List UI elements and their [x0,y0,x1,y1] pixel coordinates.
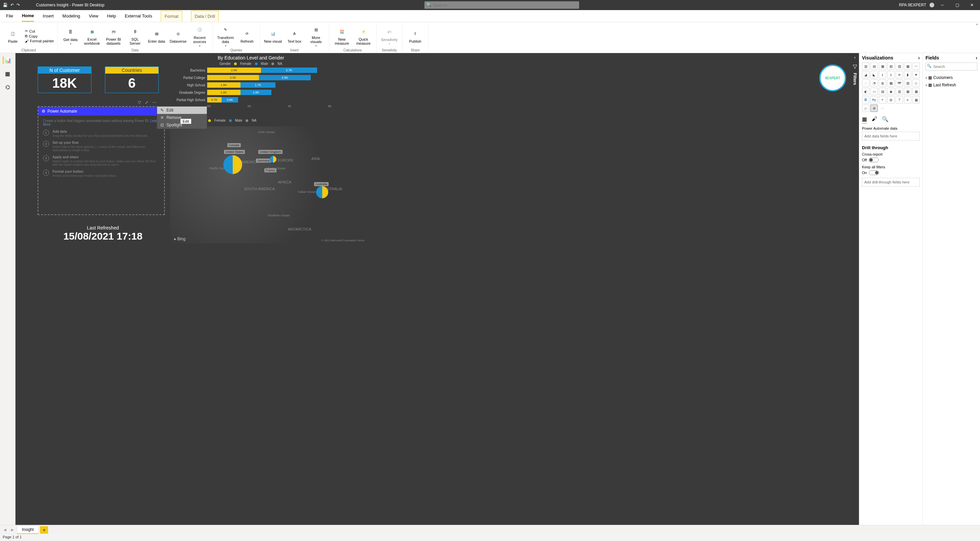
viz-r[interactable]: R [862,96,869,103]
refresh-button[interactable]: ⟳Refresh [238,29,256,43]
fields-tab-icon[interactable]: ▦ [862,116,867,124]
viz-line-col2[interactable]: ⫿ [887,71,894,78]
expand-viz-icon[interactable]: › [918,55,920,60]
tab-view[interactable]: View [89,11,98,21]
viz-more[interactable]: ⋯ [879,105,886,112]
viz-100-bar[interactable]: ▨ [896,62,903,70]
viz-clustered-bar[interactable]: ▦ [879,62,886,70]
power-automate-visual[interactable]: ⚙ Power Automate Create a button that tr… [38,106,165,215]
new-measure-button[interactable]: 🧮New measure [332,27,352,45]
tab-file[interactable]: File [6,11,13,21]
viz-gauge[interactable]: ◐ [862,88,869,95]
viz-stacked-bar[interactable]: ▥ [862,62,869,70]
transform-data-button[interactable]: ✎Transform data [216,25,235,48]
viz-multi-card[interactable]: ▤ [879,88,886,95]
data-view-button[interactable]: ▦ [3,70,13,77]
viz-matrix[interactable]: ▦ [912,88,920,95]
cross-report-toggle[interactable] [869,158,879,162]
viz-stacked-column[interactable]: ▤ [870,62,878,70]
viz-power-automate[interactable]: ⚙ [870,105,878,112]
viz-arcgis[interactable]: ◇ [862,105,869,112]
analytics-tab-icon[interactable]: 🔍 [882,116,889,124]
sql-server-button[interactable]: 🛢SQL Server [126,27,145,45]
close-button[interactable]: ✕ [965,0,978,10]
viz-clustered-column[interactable]: ▧ [887,62,894,70]
viz-key-influencers[interactable]: ⌖ [879,96,886,103]
viz-map[interactable]: 🗺 [896,79,903,87]
format-tab-icon[interactable]: 🖌 [872,116,877,124]
tab-help[interactable]: Help [107,11,116,21]
tab-insert[interactable]: Insert [43,11,54,21]
tab-data-drill[interactable]: Data / Drill [191,11,219,22]
viz-pie[interactable]: ◔ [870,79,878,87]
card-countries[interactable]: Countries 6 [105,67,159,93]
format-painter-button[interactable]: 🖌Format painter [25,39,54,43]
user-avatar-icon[interactable] [929,3,934,7]
viz-filled-map[interactable]: ▧ [904,79,912,87]
viz-paginated[interactable]: ▦ [912,96,920,103]
prev-page-button[interactable]: ◀ [2,528,8,531]
viz-table[interactable]: ▦ [904,88,912,95]
page-tab-insight[interactable]: Insight [17,525,39,534]
viz-scatter[interactable]: ∴ [862,79,869,87]
tab-home[interactable]: Home [22,10,34,22]
fields-search-input[interactable] [926,62,977,71]
viz-card[interactable]: ▭ [870,88,878,95]
viz-stacked-area[interactable]: ◣ [870,71,878,78]
paste-button[interactable]: 📋 Paste [3,29,22,43]
model-view-button[interactable]: ⌬ [3,83,13,91]
viz-funnel[interactable]: ▼ [912,71,920,78]
publish-button[interactable]: ⇧Publish [406,29,425,43]
drill-fields-well[interactable]: Add drill-through fields here [862,178,920,187]
viz-narrative[interactable]: ≡ [904,96,912,103]
tab-format[interactable]: Format [161,11,182,22]
report-view-button[interactable]: 📊 [3,56,13,64]
more-options-icon[interactable]: ⋯ [152,100,156,105]
menu-item-edit[interactable]: ✎Edit [157,106,207,114]
sensitivity-button[interactable]: 🏷Sensitivity [380,27,399,45]
viz-kpi[interactable]: ◉ [887,88,894,95]
copy-button[interactable]: ⧉Copy [25,34,54,38]
viz-decomp[interactable]: ⊞ [887,96,894,103]
collapse-ribbon-button[interactable]: ˄ [976,24,978,28]
viz-py[interactable]: Py [870,96,878,103]
tab-modeling[interactable]: Modeling [62,11,80,21]
viz-line[interactable]: 〰 [912,62,920,70]
minimize-button[interactable]: ─ [935,0,949,10]
more-visuals-button[interactable]: ▧More visuals [307,25,326,48]
viz-donut[interactable]: ◍ [879,79,886,87]
quick-measure-button[interactable]: ⚡Quick measure [354,27,373,45]
viz-ribbon[interactable]: ≋ [896,71,903,78]
expand-fields-icon[interactable]: › [976,55,977,60]
text-box-button[interactable]: AText box [285,29,304,43]
enter-data-button[interactable]: ▤Enter data [147,29,166,43]
viz-qa[interactable]: ? [896,96,903,103]
viz-100-column[interactable]: ▩ [904,62,912,70]
viz-line-col[interactable]: ⫿ [879,71,886,78]
map-visual[interactable]: NORTH AMERICA SOUTH AMERICA EUROPE AFRIC… [170,126,368,243]
focus-mode-icon[interactable]: ⤢ [145,100,148,105]
save-icon[interactable]: 💾 [3,3,8,7]
undo-icon[interactable]: ↶ [10,3,14,7]
table-customers[interactable]: ›▦Customers [926,74,977,81]
viz-tree[interactable]: ▦ [887,79,894,87]
pbi-datasets-button[interactable]: 🗃Power BI datasets [104,27,123,45]
recent-sources-button[interactable]: 🕓Recent sources [190,25,209,48]
bar-chart[interactable]: By Education Level and Gender Gender Fem… [170,55,332,108]
data-fields-well[interactable]: Add data fields here [862,132,920,140]
filter-icon[interactable]: ▽ [138,100,141,105]
get-data-button[interactable]: 🗄Get data [61,27,80,45]
viz-shape-map[interactable]: ◇ [912,79,920,87]
next-page-button[interactable]: ▶ [10,528,16,531]
cut-button[interactable]: ✂Cut [25,29,54,33]
redo-icon[interactable]: ↷ [16,3,20,7]
maximize-button[interactable]: ▢ [950,0,964,10]
table-last-refresh[interactable]: ›▦Last Refresh [926,81,977,89]
new-visual-button[interactable]: 📊New visual [264,29,283,43]
viz-slicer[interactable]: ▥ [896,88,903,95]
global-search-input[interactable] [425,2,579,9]
dataverse-button[interactable]: ◎Dataverse [169,29,188,43]
excel-button[interactable]: ▦Excel workbook [83,27,102,45]
viz-waterfall[interactable]: ▮ [904,71,912,78]
tab-external-tools[interactable]: External Tools [125,11,152,21]
